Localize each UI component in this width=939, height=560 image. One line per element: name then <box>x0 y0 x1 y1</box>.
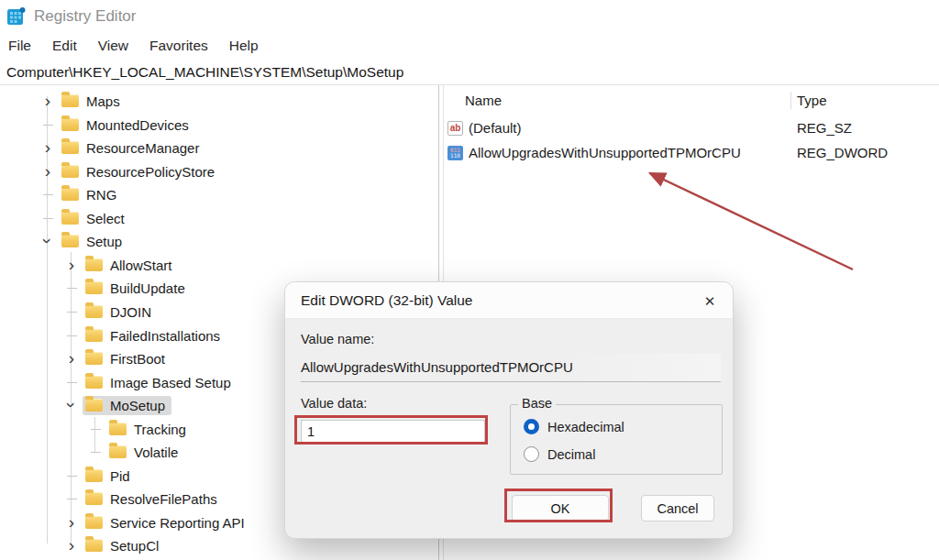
tree-item-label: ResourceManager <box>86 140 199 156</box>
radio-decimal[interactable]: Decimal <box>524 446 595 462</box>
ok-button[interactable]: OK <box>512 495 609 522</box>
chevron-right-icon[interactable]: › <box>61 511 83 534</box>
value-data-input[interactable] <box>301 420 485 443</box>
tree-item-label: MoSetup <box>110 398 165 413</box>
folder-icon <box>61 94 79 107</box>
chevron-right-icon[interactable]: › <box>37 159 59 183</box>
tree-item-label: Tracking <box>134 422 186 437</box>
tree-connector <box>61 276 83 300</box>
value-type: REG_SZ <box>797 120 852 136</box>
menu-edit[interactable]: Edit <box>52 38 77 54</box>
folder-icon <box>61 141 79 154</box>
column-separator[interactable] <box>790 92 791 109</box>
tree-item-resourcemanager[interactable]: ›ResourceManager <box>0 136 438 159</box>
tree-item-label: DJOIN <box>110 304 151 320</box>
column-header-type[interactable]: Type <box>797 93 827 108</box>
folder-icon <box>61 188 79 201</box>
tree-item-label: MountedDevices <box>86 117 189 133</box>
value-row-allowupgradeswithunsupportedtpmorcpu[interactable]: 011110AllowUpgradesWithUnsupportedTPMOrC… <box>445 140 939 165</box>
folder-icon <box>85 258 103 271</box>
radio-unselected-icon[interactable] <box>524 446 539 462</box>
folder-icon <box>61 235 79 247</box>
chevron-down-icon[interactable]: › <box>36 230 60 252</box>
value-name: (Default) <box>469 120 522 136</box>
menu-favorites[interactable]: Favorites <box>149 38 208 54</box>
registry-editor-window: Registry Editor File Edit View Favorites… <box>0 0 939 560</box>
folder-icon <box>85 516 103 529</box>
folder-icon <box>85 376 103 389</box>
radio-decimal-label: Decimal <box>547 447 595 462</box>
column-header-name[interactable]: Name <box>465 93 502 108</box>
tree-item-label: AllowStart <box>110 258 172 273</box>
menu-file[interactable]: File <box>8 38 31 54</box>
cancel-button[interactable]: Cancel <box>641 495 714 522</box>
tree-item-label: Image Based Setup <box>110 375 231 390</box>
tree-connector <box>37 206 59 230</box>
menu-view[interactable]: View <box>98 38 128 54</box>
folder-icon <box>85 469 103 482</box>
dword-value-icon: 011110 <box>447 146 463 160</box>
folder-icon <box>61 212 79 225</box>
tree-connector <box>84 417 106 441</box>
tree-connector <box>37 182 59 206</box>
menu-help[interactable]: Help <box>229 38 259 54</box>
value-data-label: Value data: <box>301 396 367 411</box>
address-bar[interactable]: Computer\HKEY_LOCAL_MACHINE\SYSTEM\Setup… <box>0 60 939 85</box>
tree-item-label: Maps <box>86 93 120 109</box>
dialog-title-bar: Edit DWORD (32-bit) Value ✕ <box>285 282 733 319</box>
registry-path: Computer\HKEY_LOCAL_MACHINE\SYSTEM\Setup… <box>6 64 403 81</box>
string-value-icon: ab <box>447 121 463 136</box>
folder-icon <box>85 305 103 318</box>
tree-item-rng[interactable]: RNG <box>0 182 438 206</box>
edit-dword-dialog: Edit DWORD (32-bit) Value ✕ Value name: … <box>284 281 734 539</box>
folder-icon <box>85 329 103 342</box>
tree-connector <box>61 464 83 488</box>
value-name-label: Value name: <box>301 332 374 346</box>
tree-item-resourcepolicystore[interactable]: ›ResourcePolicyStore <box>0 159 438 183</box>
radio-hexadecimal[interactable]: Hexadecimal <box>524 419 624 434</box>
tree-item-maps[interactable]: ›Maps <box>0 89 438 113</box>
chevron-right-icon[interactable]: › <box>37 136 59 159</box>
tree-item-allowstart[interactable]: ›AllowStart <box>0 253 438 277</box>
chevron-right-icon[interactable]: › <box>61 253 83 277</box>
folder-icon <box>61 118 79 131</box>
folder-icon <box>109 445 127 458</box>
registry-editor-app-icon <box>7 7 26 26</box>
dialog-title: Edit DWORD (32-bit) Value <box>285 292 472 309</box>
tree-item-label: Pid <box>110 468 130 484</box>
tree-item-label: Select <box>86 211 125 226</box>
tree-item-label: FailedInstallations <box>110 328 220 344</box>
folder-icon <box>85 281 103 294</box>
tree-connector <box>61 487 83 511</box>
value-name-field: AllowUpgradesWithUnsupportedTPMOrCPU <box>301 354 721 382</box>
tree-item-label: FirstBoot <box>110 351 165 367</box>
folder-icon <box>85 399 103 412</box>
folder-icon <box>85 352 103 365</box>
tree-item-mounteddevices[interactable]: MountedDevices <box>0 113 438 137</box>
chevron-right-icon[interactable]: › <box>61 346 83 370</box>
tree-connector <box>37 113 59 137</box>
value-row--default-[interactable]: ab(Default)REG_SZ <box>445 115 939 140</box>
tree-item-label: Volatile <box>134 445 178 460</box>
folder-icon <box>109 423 127 435</box>
value-type: REG_DWORD <box>797 145 888 160</box>
base-group-label: Base <box>518 396 556 411</box>
title-bar: Registry Editor <box>0 0 939 32</box>
folder-icon <box>85 492 103 505</box>
radio-hexadecimal-label: Hexadecimal <box>547 420 624 434</box>
tree-item-select[interactable]: Select <box>0 206 438 230</box>
tree-connector <box>61 370 83 394</box>
close-icon[interactable]: ✕ <box>699 291 721 313</box>
menu-bar: File Edit View Favorites Help <box>0 32 939 60</box>
folder-icon <box>61 165 79 178</box>
chevron-right-icon[interactable]: › <box>61 533 83 557</box>
tree-item-label: BuildUpdate <box>110 280 185 296</box>
tree-item-setup[interactable]: ›Setup <box>0 229 438 253</box>
radio-selected-icon[interactable] <box>524 419 539 434</box>
chevron-right-icon[interactable]: › <box>37 89 59 113</box>
chevron-down-icon[interactable]: › <box>60 394 83 416</box>
tree-item-label: ResourcePolicyStore <box>86 164 215 180</box>
value-name: AllowUpgradesWithUnsupportedTPMOrCPU <box>469 145 741 160</box>
tree-item-label: ResolveFilePaths <box>110 491 217 507</box>
value-name-text: AllowUpgradesWithUnsupportedTPMOrCPU <box>301 359 573 375</box>
